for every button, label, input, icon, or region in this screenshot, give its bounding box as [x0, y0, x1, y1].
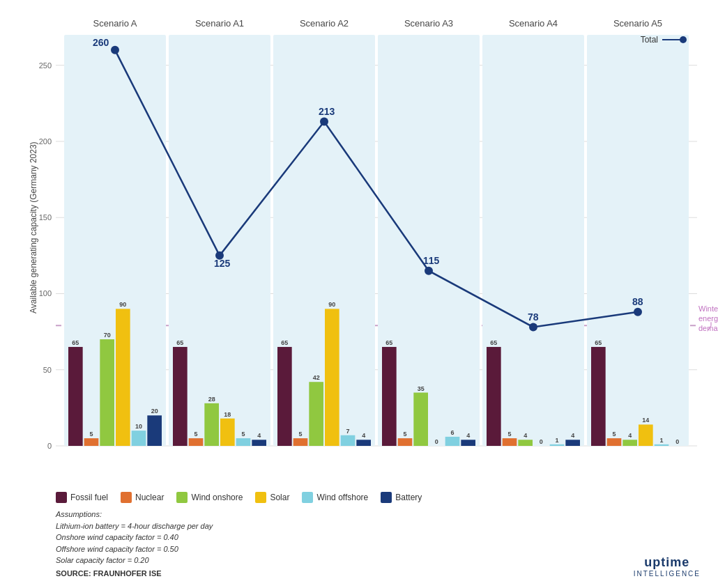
svg-rect-44 — [341, 435, 356, 446]
svg-rect-30 — [100, 339, 114, 446]
svg-rect-60 — [655, 444, 669, 446]
svg-rect-46 — [382, 347, 397, 446]
legend: Fossil fuel Nuclear Wind onshore Solar W… — [56, 492, 704, 503]
svg-text:213: 213 — [319, 106, 335, 117]
solar-label: Solar — [270, 493, 289, 502]
svg-text:260: 260 — [93, 37, 109, 48]
nuclear-color — [121, 492, 132, 503]
legend-solar: Solar — [255, 492, 289, 503]
svg-text:4: 4 — [257, 432, 261, 439]
svg-rect-59 — [639, 424, 653, 446]
assumptions: Assumptions: Lithium-ion battery = 4-hou… — [56, 509, 704, 566]
svg-rect-40 — [277, 347, 292, 446]
assumption-title: Assumptions: — [56, 509, 704, 520]
plot-area: 050100150200250 Winterenergydemand Scena… — [56, 35, 697, 446]
legend-battery: Battery — [381, 492, 422, 503]
assumption-1: Lithium-ion battery = 4-hour discharge p… — [56, 520, 704, 532]
svg-text:7: 7 — [346, 428, 349, 435]
svg-rect-47 — [398, 438, 413, 446]
svg-rect-51 — [487, 347, 501, 446]
svg-rect-56 — [591, 347, 606, 446]
svg-text:65: 65 — [281, 339, 288, 346]
svg-rect-36 — [204, 403, 219, 446]
svg-text:Scenario A: Scenario A — [93, 18, 137, 29]
svg-text:125: 125 — [214, 258, 231, 269]
svg-text:10: 10 — [135, 423, 142, 430]
assumption-4: Solar capacity factor = 0.20 — [56, 555, 704, 566]
svg-text:0: 0 — [540, 438, 543, 445]
svg-rect-45 — [356, 440, 371, 446]
svg-text:Winter: Winter — [698, 304, 718, 313]
svg-text:4: 4 — [571, 432, 574, 439]
svg-point-61 — [111, 46, 119, 54]
svg-rect-43 — [325, 309, 339, 446]
svg-text:1: 1 — [659, 437, 663, 444]
svg-rect-28 — [68, 347, 83, 446]
wind-onshore-color — [176, 492, 188, 503]
svg-text:6: 6 — [450, 429, 454, 436]
svg-text:0: 0 — [675, 438, 679, 445]
svg-text:Scenario A2: Scenario A2 — [300, 18, 349, 29]
svg-text:energy: energy — [698, 314, 718, 323]
svg-text:demand: demand — [698, 324, 718, 332]
svg-text:5: 5 — [298, 431, 302, 438]
svg-text:0: 0 — [47, 442, 52, 450]
svg-rect-38 — [236, 438, 251, 446]
svg-text:20: 20 — [151, 408, 158, 415]
svg-point-71 — [634, 308, 642, 316]
svg-text:35: 35 — [418, 385, 425, 392]
svg-text:5: 5 — [612, 431, 616, 438]
svg-rect-57 — [607, 438, 622, 446]
svg-rect-49 — [445, 437, 460, 446]
legend-nuclear: Nuclear — [121, 492, 164, 503]
svg-text:90: 90 — [119, 301, 126, 308]
svg-text:65: 65 — [595, 339, 602, 346]
svg-rect-42 — [309, 382, 323, 446]
svg-text:4: 4 — [466, 432, 470, 439]
y-axis-label: Available generating capacity (Germany 2… — [29, 146, 38, 314]
fossil-fuel-color — [56, 492, 67, 503]
svg-rect-39 — [252, 440, 266, 446]
uptime-text: uptime — [634, 555, 701, 570]
intelligence-text: INTELLIGENCE — [634, 570, 701, 578]
svg-rect-54 — [550, 444, 565, 446]
svg-text:65: 65 — [385, 339, 392, 346]
legend-wind-offshore: Wind offshore — [302, 492, 368, 503]
svg-text:90: 90 — [328, 301, 335, 308]
svg-text:4: 4 — [362, 432, 365, 439]
svg-text:0: 0 — [435, 438, 438, 445]
wind-onshore-label: Wind onshore — [191, 493, 243, 502]
svg-text:Scenario A4: Scenario A4 — [509, 18, 558, 29]
svg-text:50: 50 — [43, 366, 52, 374]
chart-area: Available generating capacity (Germany 2… — [14, 14, 704, 488]
svg-text:1: 1 — [555, 437, 558, 444]
svg-rect-33 — [147, 415, 162, 446]
svg-text:18: 18 — [224, 411, 231, 418]
svg-rect-34 — [173, 347, 188, 446]
svg-text:200: 200 — [39, 137, 52, 146]
svg-text:5: 5 — [241, 431, 245, 438]
svg-text:4: 4 — [628, 432, 632, 439]
svg-text:100: 100 — [39, 289, 52, 297]
assumption-3: Offshore wind capacity factor = 0.50 — [56, 543, 704, 555]
svg-point-67 — [425, 267, 433, 275]
svg-rect-37 — [220, 419, 235, 446]
svg-rect-55 — [565, 440, 580, 446]
legend-fossil-fuel: Fossil fuel — [56, 492, 108, 503]
assumption-2: Onshore wind capacity factor = 0.40 — [56, 532, 704, 543]
svg-text:5: 5 — [194, 431, 197, 438]
svg-rect-32 — [132, 431, 146, 446]
total-label: Total — [641, 35, 658, 45]
svg-text:5: 5 — [403, 431, 406, 438]
svg-text:5: 5 — [507, 431, 511, 438]
wind-offshore-label: Wind offshore — [316, 493, 368, 502]
svg-rect-58 — [622, 440, 637, 446]
wind-offshore-color — [302, 492, 313, 503]
svg-text:Scenario A3: Scenario A3 — [404, 18, 453, 29]
svg-point-65 — [320, 118, 328, 126]
svg-text:78: 78 — [528, 311, 539, 323]
svg-text:Scenario A5: Scenario A5 — [613, 18, 662, 29]
svg-text:70: 70 — [104, 332, 111, 339]
nuclear-label: Nuclear — [135, 493, 164, 502]
svg-text:65: 65 — [72, 339, 79, 346]
